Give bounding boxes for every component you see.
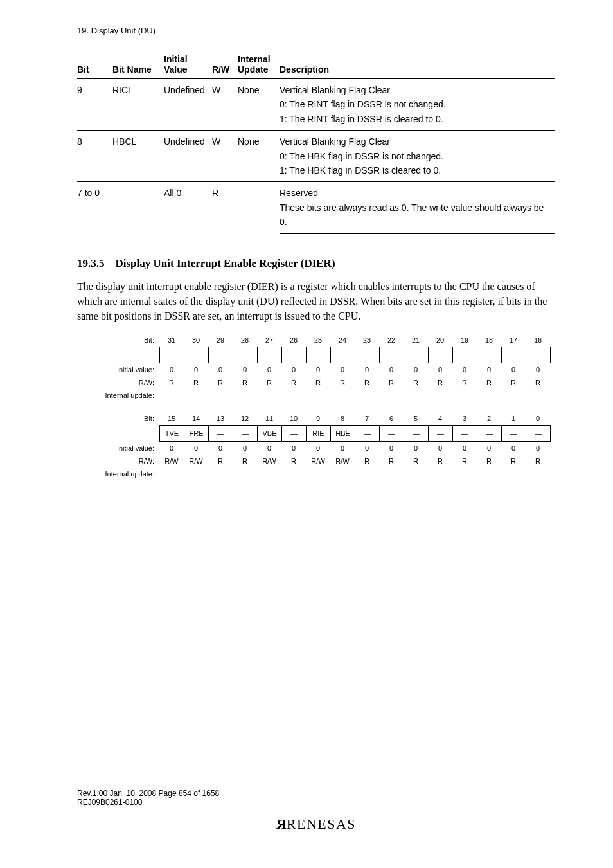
cell-bit: 9 [77, 79, 112, 131]
cell-bitname: — [112, 182, 164, 233]
footer-line1: Rev.1.00 Jan. 10, 2008 Page 854 of 1658 [77, 789, 555, 798]
table-row: 7 to 0 — All 0 R — Reserved [77, 182, 555, 201]
bit-number: 11 [257, 413, 281, 424]
initial-value: 0 [526, 442, 550, 454]
initial-value: 0 [452, 442, 477, 454]
th-bit-name: Bit Name [112, 51, 164, 79]
initial-value: 0 [208, 364, 233, 375]
bit-number: 8 [330, 413, 355, 424]
table-row: 8 HBCL Undefined W None Vertical Blankin… [77, 131, 555, 149]
table-row: 9 RICL Undefined W None Vertical Blankin… [77, 79, 555, 98]
cell-rw: W [212, 79, 238, 131]
bit-name-box: — [526, 426, 551, 441]
initial-value: 0 [526, 364, 550, 375]
bit-name-box: — [355, 347, 380, 363]
rw-value: R [404, 377, 428, 388]
th-bit: Bit [77, 51, 112, 79]
initial-value: 0 [233, 364, 257, 375]
cell-initial: Undefined [164, 131, 212, 182]
rw-value: R [526, 455, 550, 467]
rw-value: R [233, 455, 257, 467]
initial-value: 0 [306, 442, 330, 454]
bit-name-box: — [429, 426, 453, 441]
rw-value: R [452, 377, 477, 388]
initial-value: 0 [208, 442, 233, 454]
rw-value: R [428, 455, 452, 467]
initial-value: 0 [355, 442, 379, 454]
bit-name-box: — [477, 347, 502, 363]
bit-name-box: — [526, 347, 551, 363]
bit-name-box: — [209, 426, 233, 441]
bit-number: 29 [208, 334, 233, 346]
initial-value: 0 [330, 364, 355, 375]
register-diagram-lower: Bit: 15 14 13 12 11 10 9 8 7 6 5 4 3 2 1… [77, 412, 555, 480]
cell-update: — [238, 182, 280, 233]
row-label-initial: Initial value: [77, 444, 159, 452]
bit-number: 15 [159, 413, 184, 424]
rw-value: R [184, 377, 208, 388]
initial-value: 0 [501, 442, 526, 454]
initial-value: 0 [501, 364, 526, 375]
rw-value: R [501, 455, 526, 467]
rw-value: R [379, 455, 404, 467]
bit-number: 26 [281, 334, 306, 346]
subheading-title: Display Unit Interrupt Enable Register (… [116, 257, 335, 269]
initial-value: 0 [159, 442, 184, 454]
bit-name-box: — [502, 347, 526, 363]
bit-number: 13 [208, 413, 233, 424]
cell-desc: 1: The RINT flag in DSSR is cleared to 0… [280, 112, 555, 131]
rw-value: R [257, 377, 281, 388]
bit-number: 25 [306, 334, 330, 346]
bit-name-box: — [477, 426, 502, 441]
initial-value: 0 [379, 364, 404, 375]
renesas-logo: RRENESAS [77, 816, 555, 833]
bit-name-box: — [502, 426, 526, 441]
bit-number: 21 [404, 334, 428, 346]
bit-name-box: — [453, 426, 477, 441]
initial-value: 0 [404, 442, 428, 454]
rw-value: R/W [159, 455, 184, 467]
cell-bit: 8 [77, 131, 112, 182]
bit-number: 30 [184, 334, 208, 346]
bit-name-box: TVE [160, 426, 184, 441]
body-paragraph: The display unit interrupt enable regist… [77, 279, 555, 324]
initial-value: 0 [306, 364, 330, 375]
bit-number: 14 [184, 413, 208, 424]
bit-number: 5 [404, 413, 428, 424]
cell-desc: 0: The RINT flag in DSSR is not changed. [280, 97, 555, 111]
bit-number: 20 [428, 334, 452, 346]
cell-initial: All 0 [164, 182, 212, 233]
initial-value: 0 [428, 364, 452, 375]
bit-name-box: HBE [331, 426, 355, 441]
rw-value: R/W [306, 455, 330, 467]
bit-number: 12 [233, 413, 257, 424]
bit-name-box: — [233, 347, 258, 363]
cell-desc: 1: The HBK flag in DSSR is cleared to 0. [280, 163, 555, 182]
bit-description-table: Bit Bit Name Initial Value R/W Internal … [77, 51, 555, 234]
cell-rw: W [212, 131, 238, 182]
rw-value: R [477, 455, 501, 467]
row-label-rw: R/W: [77, 457, 159, 465]
bit-number: 18 [477, 334, 501, 346]
page-footer: Rev.1.00 Jan. 10, 2008 Page 854 of 1658 … [77, 786, 555, 833]
cell-desc: Vertical Blanking Flag Clear [280, 79, 555, 98]
initial-value: 0 [184, 364, 208, 375]
bit-name-box: — [282, 347, 306, 363]
rw-value: R [208, 377, 233, 388]
bit-number: 19 [452, 334, 477, 346]
rw-value: R [281, 455, 306, 467]
bit-number: 2 [477, 413, 501, 424]
rw-value: R/W [257, 455, 281, 467]
bit-number: 3 [452, 413, 477, 424]
rw-value: R [477, 377, 501, 388]
initial-value: 0 [379, 442, 404, 454]
cell-desc: 0: The HBK flag in DSSR is not changed. [280, 149, 555, 163]
rw-value: R [355, 377, 379, 388]
th-initial: Initial Value [164, 51, 212, 79]
rw-value: R [428, 377, 452, 388]
rw-value: R [452, 455, 477, 467]
cell-update: None [238, 79, 280, 131]
rw-value: R [526, 377, 550, 388]
initial-value: 0 [184, 442, 208, 454]
bit-number: 0 [526, 413, 550, 424]
